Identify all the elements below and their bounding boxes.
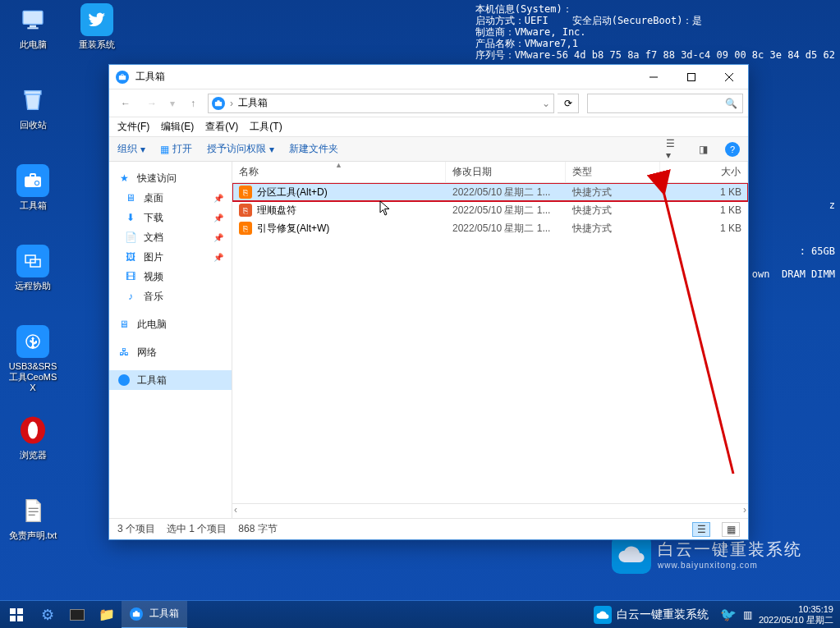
nav-this-pc[interactable]: 🖥 此电脑 — [109, 314, 232, 334]
window-title: 工具箱 — [135, 70, 635, 84]
refresh-button[interactable]: ⟳ — [558, 94, 579, 113]
tray-app-icon[interactable]: ▥ — [743, 609, 752, 621]
thumbnails-view-icon[interactable]: ▦ — [722, 522, 740, 537]
txt-icon — [16, 494, 49, 527]
nav-item-video[interactable]: 🎞视频 — [109, 267, 232, 286]
new-folder-button[interactable]: 新建文件夹 — [289, 142, 338, 156]
search-input[interactable]: 🔍 — [587, 94, 743, 113]
remote-icon — [16, 245, 49, 277]
star-icon: ★ — [117, 172, 131, 185]
svg-rect-20 — [10, 616, 16, 621]
nav-item-music[interactable]: ♪音乐 — [109, 286, 232, 306]
shortcut-icon: ⎘ — [239, 204, 252, 217]
details-view-icon[interactable]: ☰ — [692, 522, 710, 537]
close-button[interactable] — [710, 65, 748, 89]
nav-item-doc[interactable]: 📄文档📌 — [109, 227, 232, 247]
address-bar[interactable]: › 工具箱 ⌄ — [208, 94, 554, 113]
desktop-icon-remote[interactable]: 远程协助 — [7, 245, 59, 291]
tray-clock[interactable]: 10:35:19 2022/05/10 星期二 — [759, 604, 833, 626]
nav-item-download[interactable]: ⬇下载📌 — [109, 208, 232, 227]
col-date[interactable]: 修改日期 — [446, 162, 566, 182]
maximize-button[interactable] — [672, 65, 710, 89]
file-name: 引导修复(Alt+W) — [257, 222, 329, 236]
svg-point-9 — [28, 422, 38, 439]
desktop-icon-label: 浏览器 — [7, 450, 59, 461]
column-headers[interactable]: ▲名称 修改日期 类型 大小 — [232, 162, 748, 183]
usb-icon — [16, 325, 49, 358]
pic-icon: 🖼 — [124, 250, 137, 264]
start-button[interactable] — [0, 601, 33, 629]
taskbar-terminal-icon[interactable] — [62, 601, 92, 629]
nav-item-label: 文档 — [144, 231, 163, 245]
file-row[interactable]: ⎘分区工具(Alt+D)2022/05/10 星期二 1...快捷方式1 KB — [232, 183, 748, 201]
open-button[interactable]: ▦ 打开 — [160, 142, 192, 156]
doc-icon: 📄 — [124, 231, 137, 244]
nav-quick-access[interactable]: ★ 快速访问 — [109, 168, 232, 188]
desktop-icon-toolbox[interactable]: 工具箱 — [7, 164, 59, 211]
back-button[interactable]: ← — [114, 93, 137, 114]
svg-rect-18 — [10, 608, 16, 614]
recent-dropdown[interactable]: ▾ — [167, 93, 178, 114]
desktop-icon-usb[interactable]: USB3&SRS工具CeoMSX — [7, 325, 59, 393]
chevron-down-icon[interactable]: ⌄ — [542, 98, 550, 109]
desktop-icon-pc[interactable]: 此电脑 — [7, 3, 59, 50]
file-type: 快捷方式 — [566, 222, 660, 236]
col-type[interactable]: 类型 — [566, 162, 660, 182]
pin-icon: 📌 — [213, 253, 223, 262]
download-icon: ⬇ — [124, 211, 137, 224]
help-button[interactable]: ? — [725, 142, 740, 157]
watermark-title: 白云一键重装系统 — [658, 539, 802, 561]
svg-rect-0 — [23, 11, 43, 24]
desktop-icon-twitter[interactable]: 重装系统 — [71, 3, 123, 50]
status-count: 3 个项目 — [117, 522, 155, 536]
status-selected: 选中 1 个项目 — [167, 522, 227, 536]
file-date: 2022/05/10 星期二 1... — [446, 222, 566, 236]
desktop-icon-opera[interactable]: 浏览器 — [7, 414, 59, 461]
chevron-right-icon: › — [230, 98, 233, 109]
shortcut-icon: ⎘ — [239, 222, 252, 235]
file-row[interactable]: ⎘引导修复(Alt+W)2022/05/10 星期二 1...快捷方式1 KB — [232, 219, 748, 237]
up-button[interactable]: ↑ — [181, 93, 204, 114]
menu-file[interactable]: 文件(F) — [117, 120, 149, 134]
shortcut-icon: ⎘ — [239, 186, 252, 199]
minimize-button[interactable] — [635, 65, 672, 89]
breadcrumb[interactable]: 工具箱 — [238, 96, 268, 110]
desktop-icon-bin[interactable]: 回收站 — [7, 84, 59, 131]
share-access-button[interactable]: 授予访问权限 ▾ — [207, 142, 274, 156]
status-bytes: 868 字节 — [238, 522, 277, 536]
tray-twitter-icon[interactable]: 🐦 — [720, 607, 737, 622]
pin-icon: 📌 — [213, 194, 223, 203]
svg-rect-2 — [27, 27, 38, 29]
toolbox-icon — [16, 164, 49, 197]
menu-edit[interactable]: 编辑(E) — [161, 120, 194, 134]
col-name[interactable]: ▲名称 — [232, 162, 446, 182]
taskbar-tool1-icon[interactable]: ⚙ — [33, 601, 62, 629]
horizontal-scrollbar[interactable]: ‹› — [232, 503, 748, 518]
file-size: 1 KB — [660, 204, 748, 216]
toolbox-task-icon — [130, 607, 143, 621]
desktop-icon-txt[interactable]: 免责声明.txt — [7, 494, 59, 541]
file-name: 理顺盘符 — [257, 204, 296, 218]
forward-button[interactable]: → — [140, 93, 163, 114]
opera-icon — [16, 414, 49, 447]
svg-rect-21 — [17, 616, 23, 621]
file-row[interactable]: ⎘理顺盘符2022/05/10 星期二 1...快捷方式1 KB — [232, 201, 748, 219]
nav-toolbox[interactable]: 工具箱 — [109, 370, 232, 390]
nav-item-desktop[interactable]: 🖥桌面📌 — [109, 188, 232, 208]
col-size[interactable]: 大小 — [660, 162, 748, 182]
menu-tool[interactable]: 工具(T) — [250, 120, 282, 134]
view-mode-button[interactable]: ☰ ▾ — [666, 142, 681, 157]
desktop-icon: 🖥 — [124, 191, 137, 204]
system-info-overlay: 本机信息(System)： 启动方式：UEFI 安全启动(SecureBoot)… — [475, 3, 835, 61]
nav-item-pic[interactable]: 🖼图片📌 — [109, 247, 232, 267]
taskbar-explorer-icon[interactable]: 📁 — [92, 601, 122, 629]
organize-button[interactable]: 组织 ▾ — [117, 142, 145, 156]
pin-icon: 📌 — [213, 213, 223, 222]
menu-view[interactable]: 查看(V) — [205, 120, 238, 134]
preview-pane-button[interactable]: ◨ — [695, 142, 710, 157]
desktop-icon-label: 回收站 — [7, 120, 59, 131]
nav-network[interactable]: 🖧 网络 — [109, 342, 232, 362]
taskbar-task-toolbox[interactable]: 工具箱 — [122, 601, 187, 629]
pin-icon: 📌 — [213, 233, 223, 242]
titlebar[interactable]: 工具箱 — [109, 65, 748, 89]
